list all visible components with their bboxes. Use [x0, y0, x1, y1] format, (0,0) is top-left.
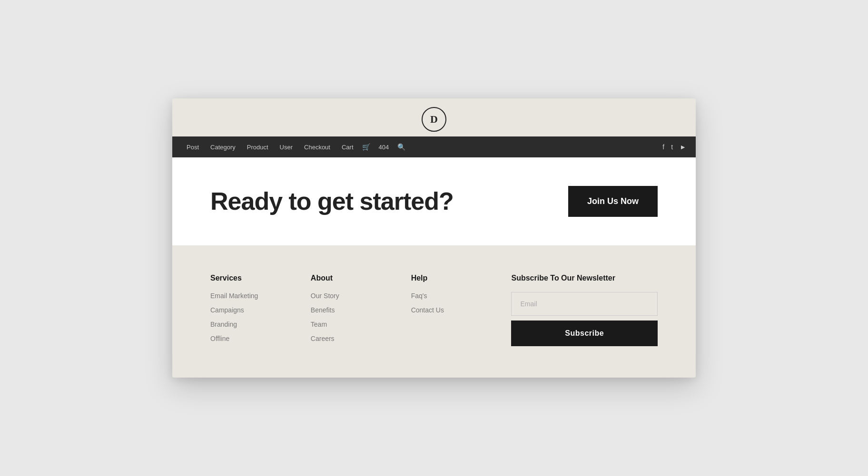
link-faqs[interactable]: Faq's	[411, 292, 493, 300]
page-wrapper: D Post Category Product User Checkout Ca…	[172, 98, 696, 378]
services-title: Services	[210, 274, 292, 282]
about-col: About Our Story Benefits Team Careers	[311, 274, 392, 349]
nav-checkout[interactable]: Checkout	[299, 136, 335, 157]
footer: Services Email Marketing Campaigns Brand…	[172, 245, 696, 378]
cta-heading: Ready to get started?	[210, 188, 454, 215]
help-title: Help	[411, 274, 493, 282]
facebook-icon[interactable]: f	[662, 143, 664, 151]
cta-section: Ready to get started? Join Us Now	[172, 157, 696, 245]
logo[interactable]: D	[422, 107, 446, 132]
subscribe-button[interactable]: Subscribe	[511, 321, 658, 346]
nav-right: f t ►	[662, 143, 686, 151]
youtube-icon[interactable]: ►	[680, 143, 686, 151]
navbar: Post Category Product User Checkout Cart…	[172, 136, 696, 157]
link-contact-us[interactable]: Contact Us	[411, 306, 493, 314]
help-col: Help Faq's Contact Us	[411, 274, 493, 349]
services-col: Services Email Marketing Campaigns Brand…	[210, 274, 292, 349]
link-careers[interactable]: Careers	[311, 335, 392, 342]
link-benefits[interactable]: Benefits	[311, 306, 392, 314]
nav-404[interactable]: 404	[374, 136, 394, 157]
email-input[interactable]	[511, 292, 658, 316]
search-icon[interactable]: 🔍	[395, 143, 407, 151]
nav-cart[interactable]: Cart	[337, 136, 358, 157]
link-our-story[interactable]: Our Story	[311, 292, 392, 300]
nav-product[interactable]: Product	[242, 136, 273, 157]
nav-category[interactable]: Category	[206, 136, 240, 157]
twitter-icon[interactable]: t	[671, 143, 673, 151]
cart-icon[interactable]: 🛒	[360, 143, 372, 151]
nav-post[interactable]: Post	[182, 136, 204, 157]
link-offline[interactable]: Offline	[210, 335, 292, 342]
link-campaigns[interactable]: Campaigns	[210, 306, 292, 314]
link-team[interactable]: Team	[311, 321, 392, 328]
join-us-button[interactable]: Join Us Now	[568, 186, 658, 217]
nav-user[interactable]: User	[275, 136, 297, 157]
link-branding[interactable]: Branding	[210, 321, 292, 328]
footer-grid: Services Email Marketing Campaigns Brand…	[210, 274, 658, 349]
newsletter-title: Subscribe To Our Newsletter	[511, 274, 658, 282]
logo-letter: D	[430, 113, 438, 126]
about-title: About	[311, 274, 392, 282]
header: D	[172, 98, 696, 136]
newsletter-col: Subscribe To Our Newsletter Subscribe	[511, 274, 658, 349]
nav-left: Post Category Product User Checkout Cart…	[182, 136, 407, 157]
link-email-marketing[interactable]: Email Marketing	[210, 292, 292, 300]
